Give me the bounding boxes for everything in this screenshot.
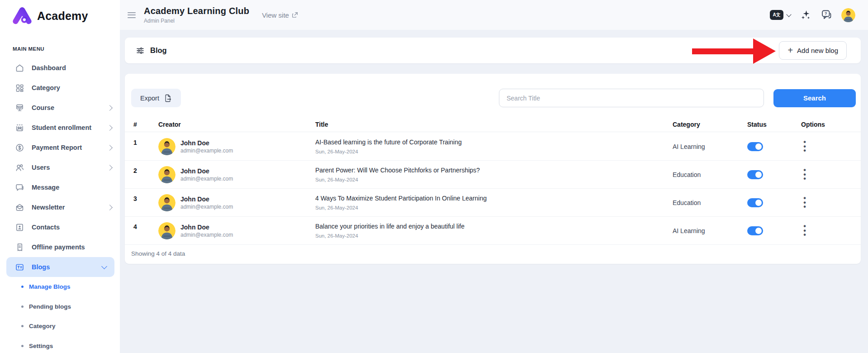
blog-category: AI Learning bbox=[673, 143, 747, 150]
options-menu-icon[interactable]: ••• bbox=[801, 196, 808, 210]
sidebar-item[interactable]: Student enrollment bbox=[0, 118, 120, 138]
creator-name: John Doe bbox=[180, 139, 233, 147]
sidebar-item-label: Users bbox=[32, 164, 100, 171]
blog-date: Sun, 26-May-2024 bbox=[315, 149, 673, 154]
blog-title: 4 Ways To Maximize Student Participation… bbox=[315, 195, 673, 202]
brand-name: Academy bbox=[37, 10, 88, 23]
hamburger-menu-icon[interactable] bbox=[128, 10, 136, 19]
status-toggle[interactable] bbox=[747, 170, 763, 179]
sidebar-item-label: Course bbox=[32, 104, 100, 111]
sidebar-sub-item[interactable]: Settings bbox=[0, 336, 120, 353]
page-header-card: Blog + Add new blog bbox=[125, 38, 861, 63]
page-title-block: Blog bbox=[136, 46, 167, 55]
bullet-icon bbox=[21, 305, 24, 308]
sidebar-item-label: Student enrollment bbox=[32, 124, 100, 131]
sidebar-item-label: Newsletter bbox=[32, 204, 100, 211]
search-group: Search bbox=[499, 89, 856, 107]
site-subtitle: Admin Panel bbox=[144, 18, 249, 24]
sidebar-item[interactable]: Payment Report bbox=[0, 138, 120, 157]
sidebar-item-label: Contacts bbox=[32, 224, 100, 231]
sliders-icon bbox=[136, 46, 145, 55]
bullet-icon bbox=[21, 325, 24, 327]
sidebar-item[interactable]: Message bbox=[0, 177, 120, 197]
page-title: Blog bbox=[150, 46, 167, 55]
site-title-block: Academy Learning Club Admin Panel bbox=[144, 6, 249, 24]
user-avatar[interactable] bbox=[841, 8, 855, 22]
sidebar-item[interactable]: Contacts bbox=[0, 217, 120, 237]
row-number: 4 bbox=[133, 217, 158, 230]
view-site-label: View site bbox=[262, 11, 289, 19]
creator-avatar bbox=[158, 222, 175, 239]
creator-name: John Doe bbox=[180, 167, 233, 175]
sidebar-item[interactable]: Course bbox=[0, 98, 120, 118]
brand-logo[interactable]: Academy bbox=[0, 0, 120, 25]
blog-title: Balance your priorities in life and enjo… bbox=[315, 223, 673, 230]
chevron-icon bbox=[107, 145, 113, 151]
creator-avatar bbox=[158, 194, 175, 211]
sidebar-item-label: Dashboard bbox=[32, 64, 100, 72]
support-chat-icon[interactable]: ? bbox=[821, 9, 832, 21]
view-site-link[interactable]: View site bbox=[262, 11, 298, 19]
ai-sparkles-icon[interactable] bbox=[800, 9, 811, 21]
topbar-actions: A文 ? bbox=[770, 8, 868, 22]
chevron-icon bbox=[101, 263, 107, 269]
sidebar-item[interactable]: Newsletter bbox=[0, 197, 120, 217]
language-switcher[interactable]: A文 bbox=[770, 10, 791, 20]
table-footer: Showing 4 of 4 data bbox=[131, 250, 185, 257]
chevron-icon bbox=[107, 125, 113, 131]
search-input[interactable] bbox=[499, 89, 764, 107]
plus-icon: + bbox=[787, 46, 793, 55]
language-icon: A文 bbox=[770, 10, 783, 20]
col-num: # bbox=[133, 121, 158, 128]
sidebar-item[interactable]: Users bbox=[0, 157, 120, 177]
options-menu-icon[interactable]: ••• bbox=[801, 224, 808, 238]
row-number: 3 bbox=[133, 189, 158, 202]
external-link-icon bbox=[292, 12, 298, 18]
title-cell: 4 Ways To Maximize Student Participation… bbox=[315, 195, 673, 210]
blog-category: Education bbox=[673, 199, 747, 206]
options-menu-icon[interactable]: ••• bbox=[801, 140, 808, 153]
search-button[interactable]: Search bbox=[773, 89, 856, 107]
table-row: 2 John Doe admin@example.com Parent Powe… bbox=[125, 161, 861, 189]
sidebar-sub-item-label: Pending blogs bbox=[29, 303, 71, 310]
table-row: 1 John Doe admin@example.com AI-Based le… bbox=[125, 133, 861, 161]
add-new-blog-label: Add new blog bbox=[797, 47, 838, 54]
grid-icon bbox=[15, 83, 24, 93]
contact-icon bbox=[15, 223, 24, 232]
status-toggle[interactable] bbox=[747, 142, 763, 151]
table-body: 1 John Doe admin@example.com AI-Based le… bbox=[125, 133, 861, 245]
blog-date: Sun, 26-May-2024 bbox=[315, 205, 673, 210]
sidebar-item[interactable]: Offline payments bbox=[0, 237, 120, 257]
sidebar-item-label: Category bbox=[32, 84, 100, 91]
blog-icon bbox=[15, 262, 24, 272]
sidebar-item[interactable]: Blogs bbox=[6, 257, 114, 277]
sidebar-sub-item-label: Settings bbox=[29, 343, 53, 349]
sidebar-nav: Dashboard Category Course Student enroll… bbox=[0, 58, 120, 277]
status-toggle[interactable] bbox=[747, 226, 763, 235]
options-menu-icon[interactable]: ••• bbox=[801, 168, 808, 181]
sidebar-sub-item[interactable]: Manage Blogs bbox=[0, 277, 120, 297]
table-row: 4 John Doe admin@example.com Balance you… bbox=[125, 217, 861, 245]
add-new-blog-button[interactable]: + Add new blog bbox=[779, 41, 847, 60]
sidebar-item[interactable]: Dashboard bbox=[0, 58, 120, 78]
blog-title: AI-Based learning is the future of Corpo… bbox=[315, 138, 673, 146]
sidebar-sub-item-label: Category bbox=[29, 323, 56, 329]
sidebar-item-label: Offline payments bbox=[32, 243, 100, 251]
table-row: 3 John Doe admin@example.com 4 Ways To M… bbox=[125, 189, 861, 217]
menu-section-label: MAIN MENU bbox=[0, 25, 120, 52]
sidebar-sub-item[interactable]: Pending blogs bbox=[0, 297, 120, 317]
creator-cell: John Doe admin@example.com bbox=[158, 166, 315, 183]
export-button[interactable]: Export bbox=[131, 89, 181, 107]
sidebar-item[interactable]: Category bbox=[0, 78, 120, 98]
col-status: Status bbox=[747, 121, 801, 128]
export-icon bbox=[164, 94, 172, 102]
creator-email: admin@example.com bbox=[180, 148, 233, 154]
col-creator: Creator bbox=[158, 121, 315, 128]
blog-date: Sun, 26-May-2024 bbox=[315, 233, 673, 239]
creator-avatar bbox=[158, 166, 175, 183]
sidebar-sub-item[interactable]: Category bbox=[0, 316, 120, 336]
creator-email: admin@example.com bbox=[180, 232, 233, 238]
svg-text:?: ? bbox=[825, 11, 827, 16]
title-cell: AI-Based learning is the future of Corpo… bbox=[315, 138, 673, 154]
status-toggle[interactable] bbox=[747, 198, 763, 207]
